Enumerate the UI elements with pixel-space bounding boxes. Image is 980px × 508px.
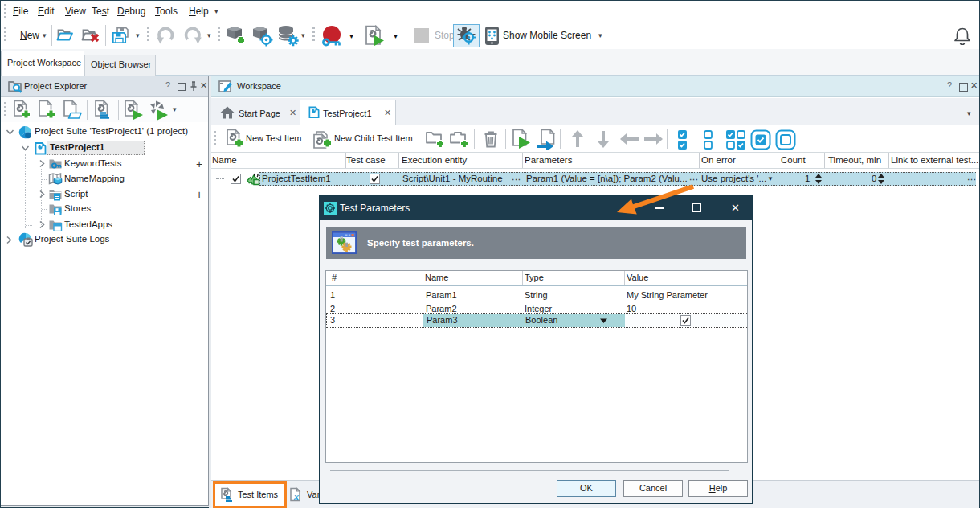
- svg-text:x: x: [293, 491, 299, 502]
